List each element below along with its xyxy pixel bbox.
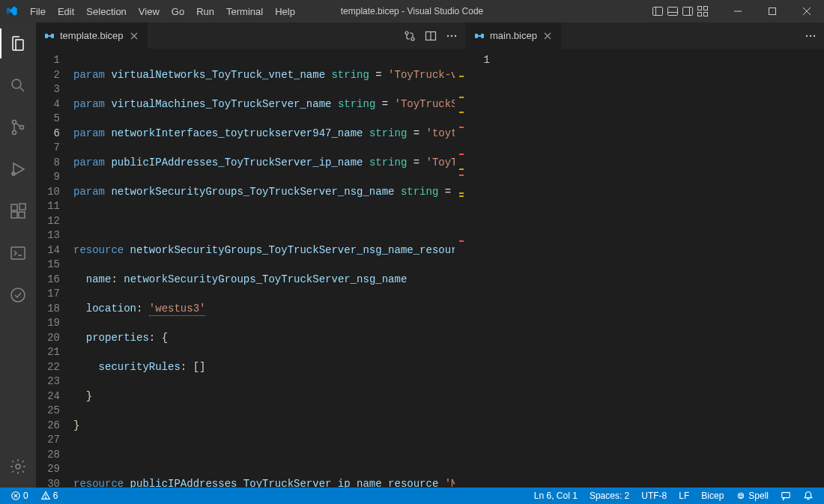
svg-point-26 xyxy=(16,464,20,469)
menu-edit[interactable]: Edit xyxy=(52,3,80,20)
svg-point-45 xyxy=(810,34,811,36)
svg-rect-7 xyxy=(704,7,708,10)
status-spell[interactable]: Spell xyxy=(733,491,772,501)
svg-rect-4 xyxy=(683,7,693,16)
svg-point-37 xyxy=(451,34,452,36)
svg-rect-8 xyxy=(698,13,702,16)
run-debug-icon[interactable] xyxy=(0,154,36,184)
layout-icon-sidebar-right[interactable] xyxy=(682,5,694,17)
svg-point-25 xyxy=(11,288,25,302)
layout-icon-customize[interactable] xyxy=(697,5,709,17)
svg-rect-22 xyxy=(19,212,25,218)
svg-rect-29 xyxy=(47,35,52,37)
svg-rect-2 xyxy=(668,7,678,16)
code-content[interactable]: param virtualNetworks_ToyTruck_vnet_name… xyxy=(73,49,455,488)
code-editor-left[interactable]: 1234567891011121314151617181920212223242… xyxy=(36,49,465,488)
code-editor-right[interactable]: 1 xyxy=(466,49,824,488)
explorer-icon[interactable] xyxy=(0,28,36,58)
status-feedback-icon[interactable] xyxy=(778,491,794,501)
extensions-icon[interactable] xyxy=(0,196,36,226)
close-icon[interactable] xyxy=(128,30,140,42)
layout-icon-panel-bottom[interactable] xyxy=(667,5,679,17)
terminal-icon[interactable] xyxy=(0,238,36,268)
menu-selection[interactable]: Selection xyxy=(80,3,132,20)
line-gutter: 1 xyxy=(466,49,503,488)
settings-gear-icon[interactable] xyxy=(0,452,36,482)
minimize-button[interactable] xyxy=(721,0,755,22)
editor-group-right: main.bicep 1 xyxy=(466,22,824,488)
svg-point-38 xyxy=(455,34,456,36)
window-title: template.bicep - Visual Studio Code xyxy=(341,6,484,16)
svg-rect-23 xyxy=(19,204,25,210)
split-editor-icon[interactable] xyxy=(425,30,437,42)
layout-icon-sidebar-left[interactable] xyxy=(652,5,664,17)
svg-point-54 xyxy=(742,495,742,496)
more-icon[interactable] xyxy=(446,30,458,42)
svg-point-32 xyxy=(405,31,408,34)
status-errors[interactable]: 0 xyxy=(7,491,31,501)
menu-file[interactable]: File xyxy=(24,3,52,20)
title-bar: File Edit Selection View Go Run Terminal… xyxy=(0,0,824,22)
code-content[interactable] xyxy=(503,49,824,488)
svg-rect-6 xyxy=(698,7,702,10)
menu-go[interactable]: Go xyxy=(166,3,190,20)
svg-point-46 xyxy=(814,34,815,36)
svg-point-51 xyxy=(45,498,46,499)
tab-label: main.bicep xyxy=(490,30,537,41)
close-icon[interactable] xyxy=(542,30,554,42)
status-bell-icon[interactable] xyxy=(800,491,817,501)
git-compare-icon[interactable] xyxy=(404,30,416,42)
status-bar: 0 6 Ln 6, Col 1 Spaces: 2 UTF-8 LF Bicep… xyxy=(0,488,824,504)
svg-rect-0 xyxy=(653,7,663,16)
svg-point-33 xyxy=(411,37,414,40)
menu-run[interactable]: Run xyxy=(190,3,220,20)
line-gutter: 1234567891011121314151617181920212223242… xyxy=(36,49,73,488)
overview-ruler[interactable] xyxy=(455,49,465,488)
editor-group-left: template.bicep 1234567891011121314151617… xyxy=(36,22,466,488)
svg-line-15 xyxy=(20,88,24,91)
search-icon[interactable] xyxy=(0,70,36,100)
maximize-button[interactable] xyxy=(755,0,790,22)
bicep-file-icon xyxy=(43,30,55,42)
svg-point-53 xyxy=(739,495,740,496)
activity-bar xyxy=(0,22,36,488)
svg-rect-24 xyxy=(11,247,25,259)
status-lncol[interactable]: Ln 6, Col 1 xyxy=(531,491,581,501)
svg-point-14 xyxy=(12,79,21,88)
svg-rect-55 xyxy=(782,493,790,498)
tab-main-bicep[interactable]: main.bicep xyxy=(466,22,562,49)
title-right xyxy=(652,0,824,22)
check-icon[interactable] xyxy=(0,280,36,310)
status-encoding[interactable]: UTF-8 xyxy=(638,491,670,501)
svg-rect-21 xyxy=(11,212,17,218)
svg-point-44 xyxy=(806,34,808,36)
svg-point-16 xyxy=(13,121,16,124)
svg-rect-9 xyxy=(704,13,708,16)
status-warnings[interactable]: 6 xyxy=(37,491,61,501)
status-language[interactable]: Bicep xyxy=(698,491,727,501)
svg-point-17 xyxy=(13,131,16,135)
svg-rect-41 xyxy=(477,35,482,37)
svg-rect-11 xyxy=(769,8,776,15)
menu-terminal[interactable]: Terminal xyxy=(220,3,269,20)
tab-template-bicep[interactable]: template.bicep xyxy=(36,22,148,49)
menu-bar: File Edit Selection View Go Run Terminal… xyxy=(24,3,301,20)
more-icon[interactable] xyxy=(805,30,817,42)
vscode-icon xyxy=(6,5,18,17)
close-button[interactable] xyxy=(790,0,824,22)
svg-rect-20 xyxy=(11,204,17,210)
menu-help[interactable]: Help xyxy=(269,3,301,20)
bicep-file-icon xyxy=(473,30,485,42)
source-control-icon[interactable] xyxy=(0,112,36,142)
status-spaces[interactable]: Spaces: 2 xyxy=(587,491,632,501)
status-eol[interactable]: LF xyxy=(676,491,692,501)
tab-label: template.bicep xyxy=(60,30,124,41)
menu-view[interactable]: View xyxy=(133,3,166,20)
svg-point-36 xyxy=(447,34,449,36)
